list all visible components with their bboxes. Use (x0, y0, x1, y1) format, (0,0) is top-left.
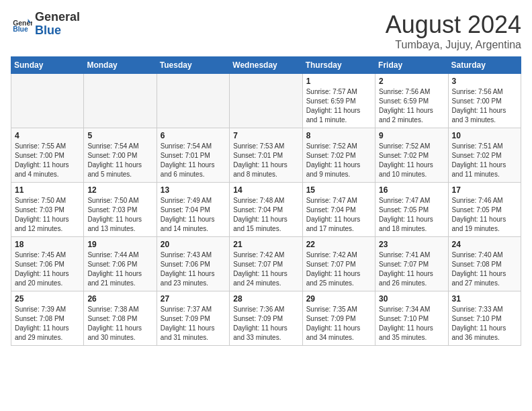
week-row-4: 18Sunrise: 7:45 AMSunset: 7:06 PMDayligh… (11, 237, 521, 291)
calendar-cell: 29Sunrise: 7:35 AMSunset: 7:09 PMDayligh… (302, 291, 375, 346)
day-info: Sunrise: 7:54 AMSunset: 7:00 PMDaylight:… (87, 142, 152, 179)
svg-text:Blue: Blue (13, 26, 28, 33)
weekday-header-saturday: Saturday (448, 57, 521, 74)
day-info: Sunrise: 7:56 AMSunset: 7:00 PMDaylight:… (452, 87, 517, 125)
day-number: 31 (452, 294, 517, 304)
day-number: 19 (87, 240, 152, 249)
weekday-header-thursday: Thursday (302, 57, 375, 74)
calendar-cell: 25Sunrise: 7:39 AMSunset: 7:08 PMDayligh… (11, 291, 84, 346)
day-info: Sunrise: 7:52 AMSunset: 7:02 PMDaylight:… (306, 142, 371, 179)
day-number: 18 (15, 240, 80, 249)
day-number: 1 (306, 77, 371, 86)
calendar-cell: 16Sunrise: 7:47 AMSunset: 7:05 PMDayligh… (375, 183, 448, 237)
calendar-cell: 6Sunrise: 7:54 AMSunset: 7:01 PMDaylight… (157, 128, 229, 183)
day-info: Sunrise: 7:33 AMSunset: 7:10 PMDaylight:… (452, 305, 517, 342)
calendar-cell (11, 74, 84, 128)
day-number: 23 (379, 240, 444, 249)
day-info: Sunrise: 7:37 AMSunset: 7:09 PMDaylight:… (161, 305, 226, 342)
day-info: Sunrise: 7:51 AMSunset: 7:02 PMDaylight:… (452, 142, 517, 179)
logo-icon: General Blue (11, 13, 32, 35)
calendar-cell: 3Sunrise: 7:56 AMSunset: 7:00 PMDaylight… (448, 74, 521, 128)
weekday-header-wednesday: Wednesday (230, 57, 302, 74)
day-info: Sunrise: 7:47 AMSunset: 7:04 PMDaylight:… (306, 196, 371, 234)
day-number: 3 (452, 77, 517, 86)
day-info: Sunrise: 7:50 AMSunset: 7:03 PMDaylight:… (87, 196, 152, 234)
calendar-cell: 8Sunrise: 7:52 AMSunset: 7:02 PMDaylight… (302, 128, 375, 183)
day-info: Sunrise: 7:45 AMSunset: 7:06 PMDaylight:… (15, 250, 80, 288)
calendar-cell: 19Sunrise: 7:44 AMSunset: 7:06 PMDayligh… (84, 237, 157, 291)
day-info: Sunrise: 7:53 AMSunset: 7:01 PMDaylight:… (233, 142, 298, 179)
day-number: 13 (161, 185, 226, 195)
day-number: 11 (15, 185, 80, 195)
month-title: August 2024 (386, 11, 521, 39)
title-block: August 2024 Tumbaya, Jujuy, Argentina (386, 11, 521, 51)
day-number: 30 (379, 294, 444, 304)
week-row-2: 4Sunrise: 7:55 AMSunset: 7:00 PMDaylight… (11, 128, 521, 183)
weekday-header-tuesday: Tuesday (157, 57, 229, 74)
day-info: Sunrise: 7:35 AMSunset: 7:09 PMDaylight:… (306, 305, 371, 342)
day-number: 21 (233, 240, 298, 249)
week-row-3: 11Sunrise: 7:50 AMSunset: 7:03 PMDayligh… (11, 183, 521, 237)
calendar-cell: 4Sunrise: 7:55 AMSunset: 7:00 PMDaylight… (11, 128, 84, 183)
day-number: 14 (233, 185, 298, 195)
day-info: Sunrise: 7:41 AMSunset: 7:07 PMDaylight:… (379, 250, 444, 288)
calendar-cell: 11Sunrise: 7:50 AMSunset: 7:03 PMDayligh… (11, 183, 84, 237)
weekday-header-sunday: Sunday (11, 57, 84, 74)
page-header: General Blue General Blue August 2024 Tu… (11, 11, 521, 51)
calendar-cell: 12Sunrise: 7:50 AMSunset: 7:03 PMDayligh… (84, 183, 157, 237)
calendar-cell: 23Sunrise: 7:41 AMSunset: 7:07 PMDayligh… (375, 237, 448, 291)
day-number: 10 (452, 131, 517, 140)
calendar-cell: 10Sunrise: 7:51 AMSunset: 7:02 PMDayligh… (448, 128, 521, 183)
calendar-cell: 26Sunrise: 7:38 AMSunset: 7:08 PMDayligh… (84, 291, 157, 346)
calendar-cell: 22Sunrise: 7:42 AMSunset: 7:07 PMDayligh… (302, 237, 375, 291)
day-info: Sunrise: 7:43 AMSunset: 7:06 PMDaylight:… (161, 250, 226, 288)
calendar-cell (157, 74, 229, 128)
day-number: 17 (452, 185, 517, 195)
calendar-cell: 14Sunrise: 7:48 AMSunset: 7:04 PMDayligh… (230, 183, 302, 237)
calendar-cell: 1Sunrise: 7:57 AMSunset: 6:59 PMDaylight… (302, 74, 375, 128)
day-info: Sunrise: 7:44 AMSunset: 7:06 PMDaylight:… (87, 250, 152, 288)
day-number: 6 (161, 131, 226, 140)
day-info: Sunrise: 7:56 AMSunset: 6:59 PMDaylight:… (379, 87, 444, 125)
day-number: 28 (233, 294, 298, 304)
day-info: Sunrise: 7:46 AMSunset: 7:05 PMDaylight:… (452, 196, 517, 234)
weekday-header-row: SundayMondayTuesdayWednesdayThursdayFrid… (11, 57, 521, 74)
day-info: Sunrise: 7:38 AMSunset: 7:08 PMDaylight:… (87, 305, 152, 342)
day-info: Sunrise: 7:36 AMSunset: 7:09 PMDaylight:… (233, 305, 298, 342)
calendar-cell: 5Sunrise: 7:54 AMSunset: 7:00 PMDaylight… (84, 128, 157, 183)
weekday-header-monday: Monday (84, 57, 157, 74)
week-row-1: 1Sunrise: 7:57 AMSunset: 6:59 PMDaylight… (11, 74, 521, 128)
calendar-cell: 17Sunrise: 7:46 AMSunset: 7:05 PMDayligh… (448, 183, 521, 237)
logo: General Blue General Blue (11, 11, 80, 38)
day-number: 25 (15, 294, 80, 304)
day-number: 15 (306, 185, 371, 195)
calendar-cell: 9Sunrise: 7:52 AMSunset: 7:02 PMDaylight… (375, 128, 448, 183)
day-info: Sunrise: 7:48 AMSunset: 7:04 PMDaylight:… (233, 196, 298, 234)
day-info: Sunrise: 7:42 AMSunset: 7:07 PMDaylight:… (306, 250, 371, 288)
calendar-cell: 15Sunrise: 7:47 AMSunset: 7:04 PMDayligh… (302, 183, 375, 237)
day-number: 22 (306, 240, 371, 249)
day-info: Sunrise: 7:50 AMSunset: 7:03 PMDaylight:… (15, 196, 80, 234)
calendar-cell: 18Sunrise: 7:45 AMSunset: 7:06 PMDayligh… (11, 237, 84, 291)
weekday-header-friday: Friday (375, 57, 448, 74)
day-info: Sunrise: 7:42 AMSunset: 7:07 PMDaylight:… (233, 250, 298, 288)
logo-text: General Blue (35, 11, 80, 38)
day-info: Sunrise: 7:39 AMSunset: 7:08 PMDaylight:… (15, 305, 80, 342)
week-row-5: 25Sunrise: 7:39 AMSunset: 7:08 PMDayligh… (11, 291, 521, 346)
calendar-cell (84, 74, 157, 128)
day-number: 8 (306, 131, 371, 140)
calendar-table: SundayMondayTuesdayWednesdayThursdayFrid… (11, 56, 521, 346)
day-number: 12 (87, 185, 152, 195)
day-number: 24 (452, 240, 517, 249)
day-info: Sunrise: 7:47 AMSunset: 7:05 PMDaylight:… (379, 196, 444, 234)
day-number: 4 (15, 131, 80, 140)
day-info: Sunrise: 7:40 AMSunset: 7:08 PMDaylight:… (452, 250, 517, 288)
day-info: Sunrise: 7:57 AMSunset: 6:59 PMDaylight:… (306, 87, 371, 125)
day-info: Sunrise: 7:34 AMSunset: 7:10 PMDaylight:… (379, 305, 444, 342)
calendar-cell: 21Sunrise: 7:42 AMSunset: 7:07 PMDayligh… (230, 237, 302, 291)
day-number: 7 (233, 131, 298, 140)
day-number: 26 (87, 294, 152, 304)
location-title: Tumbaya, Jujuy, Argentina (386, 39, 521, 51)
calendar-cell: 28Sunrise: 7:36 AMSunset: 7:09 PMDayligh… (230, 291, 302, 346)
day-info: Sunrise: 7:54 AMSunset: 7:01 PMDaylight:… (161, 142, 226, 179)
